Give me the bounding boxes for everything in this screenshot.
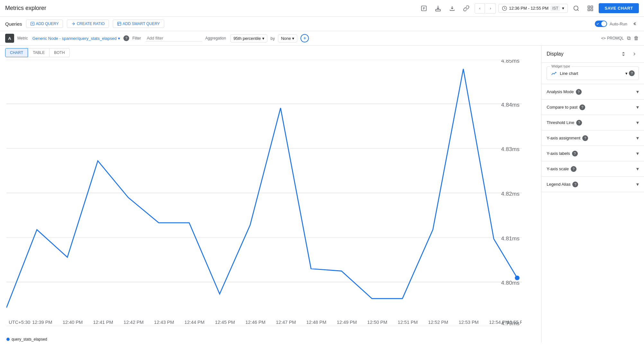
filter-box[interactable]	[146, 35, 202, 41]
widget-type-selector[interactable]: Widget type Line chart ▾ ?	[547, 67, 639, 80]
svg-text:12:42 PM: 12:42 PM	[124, 320, 144, 325]
svg-text:4.85ms: 4.85ms	[501, 60, 520, 64]
accordion-threshold-line[interactable]: Threshold Line ? ▾	[541, 115, 644, 130]
header-left: Metrics explorer	[5, 5, 46, 12]
promql-brackets-icon: <>	[601, 36, 606, 40]
upload-icon-button[interactable]	[418, 3, 430, 14]
collapse-panel-button[interactable]	[630, 19, 639, 28]
aggregation-value: 95th percentile	[233, 36, 261, 41]
svg-text:UTC+5:30: UTC+5:30	[9, 320, 30, 325]
svg-text:12:55 PM: 12:55 PM	[507, 320, 522, 325]
none-chevron-icon: ▾	[292, 36, 294, 41]
accordion-y-axis-labels[interactable]: Y-axis labels ? ▾	[541, 146, 644, 161]
legend-alias-help-icon[interactable]: ?	[572, 182, 578, 187]
chart-legend: query_stats_elapsed	[6, 337, 47, 342]
none-selector[interactable]: None ▾	[278, 34, 297, 42]
svg-text:12:51 PM: 12:51 PM	[398, 320, 418, 325]
y-axis-labels-chevron-icon: ▾	[636, 150, 639, 156]
svg-text:12:45 PM: 12:45 PM	[215, 320, 235, 325]
y-axis-assignment-help-icon[interactable]: ?	[582, 135, 588, 141]
tab-chart[interactable]: CHART	[5, 48, 28, 57]
svg-text:12:43 PM: 12:43 PM	[154, 320, 174, 325]
download-icon-button[interactable]	[446, 3, 458, 14]
save-chart-button[interactable]: SAVE CHART	[599, 3, 639, 13]
y-axis-labels-label: Y-axis labels	[547, 151, 570, 156]
compare-to-past-help-icon[interactable]: ?	[579, 104, 585, 110]
add-query-label: ADD QUERY	[36, 22, 59, 26]
add-query-button[interactable]: ADD QUERY	[26, 20, 63, 28]
aggregation-selector[interactable]: 95th percentile ▾	[230, 34, 267, 42]
metric-help-icon[interactable]: ?	[123, 35, 129, 41]
svg-text:12:41 PM: 12:41 PM	[93, 320, 113, 325]
legend-alias-label: Legend Alias	[547, 182, 570, 187]
svg-text:12:50 PM: 12:50 PM	[367, 320, 387, 325]
delete-query-icon[interactable]: 🗑	[634, 35, 639, 41]
query-label-a: A	[5, 34, 14, 43]
timezone-badge: IST	[550, 5, 560, 11]
svg-text:12:52 PM: 12:52 PM	[428, 320, 448, 325]
tab-table[interactable]: TABLE	[28, 48, 49, 57]
legend-dot	[6, 338, 10, 341]
svg-text:4.83ms: 4.83ms	[501, 146, 520, 153]
queries-bar: Queries ADD QUERY CREATE RATIO ADD SMART…	[0, 17, 644, 31]
chart-svg: 4.85ms 4.84ms 4.83ms 4.82ms 4.81ms 4.80m…	[6, 60, 522, 326]
svg-text:4.80ms: 4.80ms	[501, 280, 520, 286]
sidebar-collapse-button[interactable]	[630, 49, 639, 58]
sidebar: Display Widget type	[541, 46, 644, 343]
metric-selector[interactable]: Generic Node - spanner/query_stats_elaps…	[32, 36, 120, 41]
copy-query-icon[interactable]: ⧉	[627, 35, 631, 41]
svg-text:4.81ms: 4.81ms	[501, 235, 520, 242]
svg-rect-5	[591, 6, 593, 8]
threshold-line-help-icon[interactable]: ?	[576, 120, 582, 126]
svg-text:12:54 PM: 12:54 PM	[489, 320, 509, 325]
compare-to-past-label: Compare to past	[547, 105, 577, 110]
main-content: CHART TABLE BOTH 4.85ms 4.84ms 4.83ms 4.…	[0, 46, 644, 343]
accordion-y-axis-assignment[interactable]: Y-axis assignment ? ▾	[541, 130, 644, 146]
time-range-selector[interactable]: 12:36 PM - 12:55 PM IST ▾	[498, 4, 568, 13]
link-icon-button[interactable]	[461, 3, 472, 14]
svg-rect-9	[117, 22, 121, 26]
sort-icon-button[interactable]	[619, 49, 628, 58]
accordion-legend-alias[interactable]: Legend Alias ? ▾	[541, 177, 644, 192]
widget-type-value: Line chart	[560, 71, 578, 76]
none-value: None	[281, 36, 291, 41]
auto-run-toggle[interactable]	[595, 21, 607, 27]
y-axis-scale-help-icon[interactable]: ?	[571, 166, 577, 172]
analysis-mode-help-icon[interactable]: ?	[576, 89, 582, 95]
search-button[interactable]	[570, 3, 582, 14]
time-chevron: ▾	[562, 6, 564, 11]
legend-label: query_stats_elapsed	[12, 337, 47, 342]
query-row: A Metric Generic Node - spanner/query_st…	[0, 31, 644, 46]
add-smart-query-button[interactable]: ADD SMART QUERY	[113, 20, 164, 28]
widget-type-left: Line chart	[551, 70, 578, 76]
filter-input[interactable]	[147, 36, 201, 40]
prev-button[interactable]: ‹	[475, 3, 485, 13]
grid-button[interactable]	[585, 3, 596, 14]
analysis-mode-chevron-icon: ▾	[636, 89, 639, 95]
create-ratio-button[interactable]: CREATE RATIO	[67, 20, 109, 28]
save-icon-button[interactable]	[432, 3, 444, 14]
time-range-value: 12:36 PM - 12:55 PM	[509, 6, 549, 11]
metric-field-label: Metric	[17, 36, 28, 40]
chart-line	[6, 69, 517, 308]
widget-type-help-icon[interactable]: ?	[629, 70, 635, 76]
aggregation-field-label: Aggregation	[205, 36, 226, 40]
next-button[interactable]: ›	[486, 3, 496, 13]
widget-type-section: Widget type Line chart ▾ ?	[541, 63, 644, 84]
accordion-y-axis-scale[interactable]: Y-axis scale ? ▾	[541, 161, 644, 177]
y-axis-labels-help-icon[interactable]: ?	[572, 151, 578, 156]
promql-button[interactable]: <> PROMQL	[601, 36, 624, 40]
chart-container: 4.85ms 4.84ms 4.83ms 4.82ms 4.81ms 4.80m…	[0, 60, 541, 342]
accordion-analysis-mode[interactable]: Analysis Mode ? ▾	[541, 84, 644, 100]
metric-value: Generic Node - spanner/query_stats_elaps…	[32, 36, 117, 41]
add-filter-button[interactable]: +	[300, 34, 309, 42]
app-title: Metrics explorer	[5, 5, 46, 12]
display-title: Display	[547, 51, 563, 57]
accordion-compare-to-past[interactable]: Compare to past ? ▾	[541, 100, 644, 115]
tab-both[interactable]: BOTH	[49, 48, 69, 57]
svg-text:12:53 PM: 12:53 PM	[459, 320, 479, 325]
widget-type-label: Widget type	[550, 64, 571, 68]
svg-text:12:40 PM: 12:40 PM	[63, 320, 83, 325]
auto-run-label: Auto-Run	[610, 22, 627, 26]
svg-rect-4	[588, 6, 590, 8]
